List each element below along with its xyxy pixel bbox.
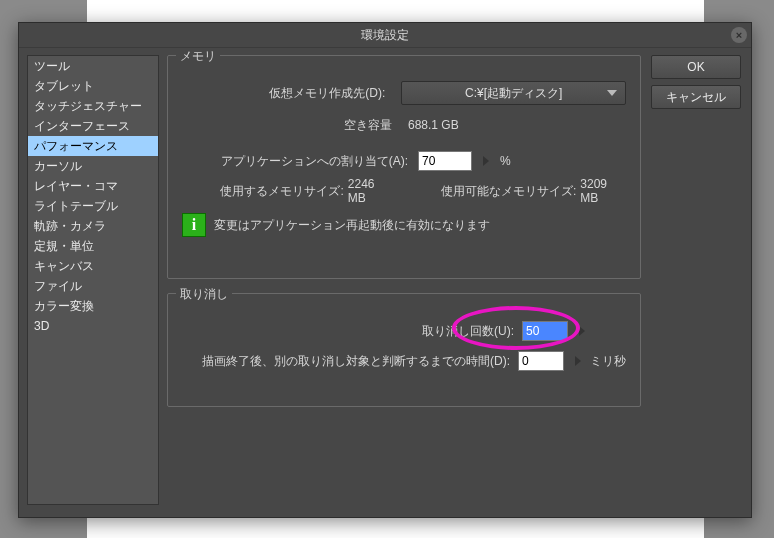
- sidebar-item-8[interactable]: 軌跡・カメラ: [28, 216, 158, 236]
- spinner-icon[interactable]: [483, 156, 489, 166]
- sidebar-item-4[interactable]: パフォーマンス: [28, 136, 158, 156]
- alloc-unit: %: [500, 154, 511, 168]
- memory-group: メモリ 仮想メモリ作成先(D): C:¥[起動ディスク] 空き容量 688.1 …: [167, 55, 641, 279]
- sidebar-item-12[interactable]: カラー変換: [28, 296, 158, 316]
- memory-group-title: メモリ: [176, 48, 220, 65]
- undo-delay-label: 描画終了後、別の取り消し対象と判断するまでの時間(D):: [182, 353, 510, 370]
- sidebar-item-6[interactable]: レイヤー・コマ: [28, 176, 158, 196]
- free-space-value: 688.1 GB: [408, 118, 459, 132]
- sidebar-item-10[interactable]: キャンバス: [28, 256, 158, 276]
- spinner-icon[interactable]: [579, 326, 585, 336]
- vm-location-dropdown[interactable]: C:¥[起動ディスク]: [401, 81, 626, 105]
- sidebar-item-2[interactable]: タッチジェスチャー: [28, 96, 158, 116]
- alloc-input[interactable]: [418, 151, 472, 171]
- vm-location-value: C:¥[起動ディスク]: [465, 85, 562, 102]
- undo-count-input[interactable]: [522, 321, 568, 341]
- sidebar-item-7[interactable]: ライトテーブル: [28, 196, 158, 216]
- sidebar-item-13[interactable]: 3D: [28, 316, 158, 336]
- sidebar-item-3[interactable]: インターフェース: [28, 116, 158, 136]
- spinner-icon[interactable]: [575, 356, 581, 366]
- ok-button[interactable]: OK: [651, 55, 741, 79]
- undo-count-label: 取り消し回数(U):: [182, 323, 514, 340]
- sidebar-item-1[interactable]: タブレット: [28, 76, 158, 96]
- sidebar-item-5[interactable]: カーソル: [28, 156, 158, 176]
- undo-group: 取り消し 取り消し回数(U): 描画終了後、別の取り消し対象と判断するまでの時間…: [167, 293, 641, 407]
- cancel-button[interactable]: キャンセル: [651, 85, 741, 109]
- dialog-title: 環境設定: [361, 28, 409, 42]
- close-button[interactable]: ×: [731, 27, 747, 43]
- undo-delay-unit: ミリ秒: [590, 353, 626, 370]
- avail-mem-value: 3209 MB: [580, 177, 626, 205]
- sidebar-item-9[interactable]: 定規・単位: [28, 236, 158, 256]
- preferences-dialog: 環境設定 × ツールタブレットタッチジェスチャーインターフェースパフォーマンスカ…: [18, 22, 752, 518]
- alloc-label: アプリケーションへの割り当て(A):: [182, 153, 408, 170]
- undo-delay-input[interactable]: [518, 351, 564, 371]
- restart-note: 変更はアプリケーション再起動後に有効になります: [214, 217, 490, 234]
- sidebar-item-0[interactable]: ツール: [28, 56, 158, 76]
- sidebar-item-11[interactable]: ファイル: [28, 276, 158, 296]
- used-mem-value: 2246 MB: [348, 177, 394, 205]
- info-icon: i: [182, 213, 206, 237]
- avail-mem-label: 使用可能なメモリサイズ:: [434, 183, 577, 200]
- vm-label: 仮想メモリ作成先(D):: [182, 85, 385, 102]
- free-space-label: 空き容量: [182, 117, 392, 134]
- titlebar: 環境設定 ×: [19, 23, 751, 48]
- category-sidebar: ツールタブレットタッチジェスチャーインターフェースパフォーマンスカーソルレイヤー…: [27, 55, 159, 505]
- used-mem-label: 使用するメモリサイズ:: [182, 183, 344, 200]
- undo-group-title: 取り消し: [176, 286, 232, 303]
- chevron-down-icon: [607, 90, 617, 96]
